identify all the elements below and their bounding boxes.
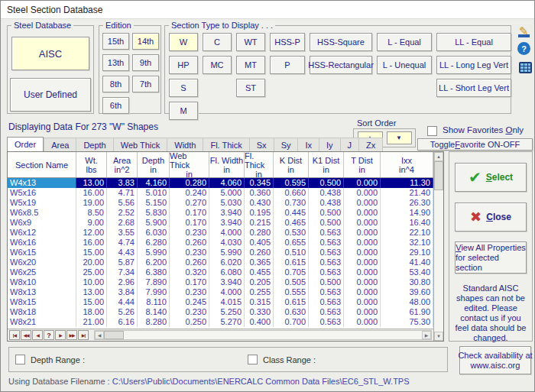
table-row[interactable]: W6x2020.005.876.2000.2606.0200.3650.6150… (8, 258, 433, 267)
nav-fast-back-button[interactable]: ◀◀ (21, 330, 31, 340)
user-defined-button[interactable]: User Defined (10, 78, 91, 112)
toggle-favorite-button[interactable]: Toggle Favorite ON-OFF (417, 138, 533, 151)
table-row[interactable]: W8x1010.002.967.8900.1703.9400.2050.5050… (8, 277, 433, 287)
table-row[interactable]: W5x1616.004.715.0100.2405.0000.3600.6600… (8, 188, 433, 198)
value-cell: 0.000 (344, 307, 381, 317)
tab-sy[interactable]: Sy (274, 138, 298, 151)
check-availability-button[interactable]: Check availability at www.aisc.org (459, 346, 531, 374)
scroll-up-icon[interactable]: ▲ (434, 152, 443, 161)
nav-next-button[interactable]: ▶ (55, 330, 66, 340)
tab-j[interactable]: J (340, 138, 359, 151)
table-row[interactable]: W6x99.002.685.9000.1703.9400.2150.4650.5… (8, 218, 433, 228)
edition-9th-button[interactable]: 9th (132, 54, 159, 71)
section-type-st-button[interactable]: ST (236, 79, 265, 97)
section-type-hss-rectangular-button[interactable]: HSS-Rectangular (310, 56, 372, 74)
scroll-right-icon[interactable]: ▶ (422, 331, 431, 339)
section-type-ll-short-leg-vert-button[interactable]: LL - Short Leg Vert (436, 79, 511, 97)
section-type-hss-p-button[interactable]: HSS-P (270, 33, 305, 51)
horizontal-scrollbar-track[interactable] (124, 331, 422, 339)
tab-web-thick[interactable]: Web Thick (113, 138, 167, 151)
value-cell: 0.630 (274, 307, 309, 317)
section-type-w-button[interactable]: W (169, 33, 198, 51)
show-favorites-checkbox[interactable] (427, 126, 437, 136)
sort-descending-button[interactable]: ▼ (387, 131, 412, 144)
grid-icon[interactable] (517, 60, 533, 75)
vertical-scrollbar[interactable]: ▲ ▼ (433, 152, 443, 341)
nav-last-button[interactable]: ▶| (78, 330, 89, 340)
sort-order-label: Sort Order (357, 118, 396, 128)
value-cell: 0.500 (309, 277, 344, 287)
section-type-m-button[interactable]: M (169, 102, 198, 120)
section-type-c-button[interactable]: C (203, 33, 232, 51)
tab-order[interactable]: Order (7, 137, 44, 151)
depth-range-checkbox[interactable] (15, 355, 25, 364)
edition-7th-button[interactable]: 7th (132, 76, 159, 92)
value-cell: 5.830 (138, 208, 170, 218)
section-type-wt-button[interactable]: WT (236, 33, 265, 51)
nav-prev-button[interactable]: ◀ (32, 330, 43, 340)
table-row[interactable]: W6x1515.004.435.9900.2305.9900.2600.5100… (8, 248, 433, 258)
value-cell: 0.260 (245, 248, 274, 258)
nav-fast-forward-button[interactable]: ▶▶ (66, 330, 77, 340)
vertical-scrollbar-track[interactable] (434, 190, 443, 332)
tab-width[interactable]: Width (167, 138, 203, 151)
table-row[interactable]: W8x1313.003.847.9900.2304.0000.2550.5550… (8, 287, 433, 297)
value-cell: 0.563 (309, 228, 344, 238)
edition-15th-button[interactable]: 15th (102, 33, 129, 50)
tab-sx[interactable]: Sx (249, 138, 274, 151)
section-type-l-equal-button[interactable]: L - Equal (377, 33, 432, 51)
tab-fl-thick[interactable]: Fl. Thick (203, 138, 248, 151)
value-cell: 0.563 (309, 258, 344, 267)
class-range-checkbox[interactable] (248, 355, 258, 364)
horizontal-scrollbar-thumb[interactable] (104, 331, 124, 339)
value-cell: 0.000 (344, 248, 381, 258)
table-row[interactable]: W6x2525.007.346.3800.3206.0800.4550.7050… (8, 267, 433, 277)
section-type-s-button[interactable]: S (169, 79, 198, 97)
section-type-ll-equal-button[interactable]: LL - Equal (436, 33, 511, 51)
section-type-ll-long-leg-vert-button[interactable]: LL - Long Leg Vert (436, 56, 511, 74)
table-row[interactable]: W5x1919.005.565.1500.2705.0300.4300.7300… (8, 198, 433, 208)
section-type-hp-button[interactable]: HP (169, 56, 198, 74)
edition-6th-button[interactable]: 6th (102, 97, 129, 114)
tab-area[interactable]: Area (44, 138, 76, 151)
nav-help-button[interactable]: ? (44, 330, 54, 340)
tab-zx[interactable]: Zx (358, 138, 383, 151)
view-all-properties-line2: for selected section (456, 253, 526, 273)
section-type-p-button[interactable]: P (270, 56, 305, 74)
section-type-mt-button[interactable]: MT (236, 56, 265, 74)
tab-iy[interactable]: Iy (319, 138, 340, 151)
close-button[interactable]: ✖ Close (455, 202, 527, 232)
value-cell: 0.000 (344, 287, 381, 297)
table-row[interactable]: W6x8.58.502.525.8300.1703.9400.1950.4450… (8, 208, 433, 218)
value-cell: 21.00 (76, 317, 107, 327)
select-button[interactable]: ✔ Select (455, 163, 527, 192)
edition-8th-button[interactable]: 8th (102, 76, 129, 92)
table-row[interactable]: W8x2121.006.168.2800.2505.2700.4000.7000… (8, 317, 433, 327)
column-header-ixx: Ixxin^4 (381, 152, 433, 177)
edit-pencil-icon[interactable]: ✎ (516, 24, 531, 39)
nav-first-button[interactable]: |◀ (9, 330, 20, 340)
section-name-cell: W8x21 (8, 317, 76, 327)
table-row[interactable]: W6x1616.004.746.2800.2604.0300.4050.6550… (8, 238, 433, 248)
table-row[interactable]: W8x1515.004.448.1100.2454.0150.3150.6150… (8, 297, 433, 307)
vertical-scrollbar-thumb[interactable] (434, 161, 443, 190)
table-row[interactable]: W4x1313.003.834.1600.2804.0600.3450.5950… (8, 178, 433, 188)
table-row[interactable]: W8x1818.005.268.1400.2305.2500.3300.6300… (8, 307, 433, 317)
section-type-l-unequal-button[interactable]: L - Unequal (377, 56, 432, 74)
horizontal-scrollbar[interactable]: ◀ ▶ (94, 330, 432, 340)
scroll-down-icon[interactable]: ▼ (434, 332, 443, 341)
section-type-hss-square-button[interactable]: HSS-Square (310, 33, 372, 51)
tab-depth[interactable]: Depth (76, 138, 112, 151)
value-cell: 5.270 (209, 317, 245, 327)
section-type-mc-button[interactable]: MC (203, 56, 232, 74)
table-row[interactable]: W6x1212.003.556.0300.2304.0000.2800.5300… (8, 228, 433, 238)
help-icon[interactable]: ? (517, 42, 530, 55)
edition-14th-button[interactable]: 14th (132, 33, 159, 50)
value-cell: 0.360 (245, 188, 274, 198)
scroll-left-icon[interactable]: ◀ (95, 331, 104, 339)
value-cell: 13.00 (76, 178, 107, 188)
edition-13th-button[interactable]: 13th (102, 54, 129, 71)
view-all-properties-button[interactable]: View All Properties for selected section (455, 241, 527, 274)
aisc-button[interactable]: AISC (11, 37, 89, 70)
tab-ix[interactable]: Ix (297, 138, 319, 151)
